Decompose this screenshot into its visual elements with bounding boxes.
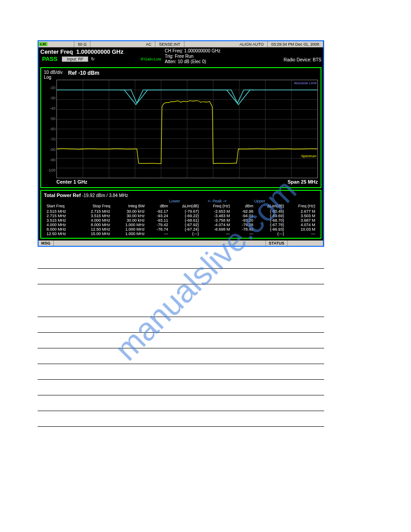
results-table: Lower <- Peak -> Upper Start Freq Stop F… [44,199,318,236]
top-status-bar: LXI 50 Ω AC SENSE:INT ALIGN AUTO 03:29:3… [39,41,323,47]
results-title: Total Power Ref [44,193,81,198]
doc-table-lines [38,268,324,427]
status-label: STATUS [266,240,287,246]
table-row: 12.50 MHz15.00 MHz1.000 MHz---(---)-----… [44,232,318,236]
lower-header: Lower [147,199,201,203]
table-row: 8.000 MHz12.50 MHz1.000 MHz-78.74(-67.24… [44,227,318,232]
pass-indicator: PASS [40,56,59,62]
align-indicator: ALIGN AUTO [236,41,268,47]
chart-svg [57,80,317,178]
ref-level: Ref -10 dBm [68,70,99,80]
x-span-label: Span 25 MHz [287,179,318,184]
spectrum-label: Spectrum [301,154,317,158]
ch-freq: CH Freq: 1.000000000 GHz [165,48,263,54]
table-row: 3.515 MHz4.000 MHz30.00 kHz-93.11(-68.61… [44,218,318,223]
peak-header: <- Peak -> [201,199,232,203]
y-axis: -20-30-40-50-60-70-80-90-100 [44,80,56,178]
coupling-icon: ↻ [91,56,94,61]
bottom-status-bar: MSG STATUS [39,240,323,246]
x-center-label: Center 1 GHz [56,179,87,184]
column-headers: Start Freq Stop Freq Integ BW dBm ΔLim(d… [44,203,318,209]
input-rf: Input: RF [62,56,88,62]
center-freq-value: 1.000000000 GHz [76,48,124,55]
sense-indicator: SENSE:INT [155,41,184,47]
header-block: Center Freq 1.000000000 GHz PASS Input: … [39,47,323,65]
log-label: Log [44,75,68,80]
results-panel: Total Power Ref -19.92 dBm / 3.84 MHz Lo… [40,190,321,239]
results-subtitle: -19.92 dBm / 3.84 MHz [82,193,128,198]
msg-label: MSG [39,240,54,246]
scale-label: 10 dB/div [44,70,68,75]
table-row: 2.715 MHz3.515 MHz30.00 kHz-93.24(-69.22… [44,214,318,218]
atten: Atten: 10 dB (Elec 0) [165,59,263,64]
center-freq-label: Center Freq [40,48,73,55]
lxi-badge: LXI [39,42,47,46]
radio-device: Radio Device: BTS [263,57,321,62]
spectrum-chart[interactable]: Absolute Limit Spectrum [56,80,318,178]
abs-limit-label: Absolute Limit [294,81,317,85]
table-row: 2.515 MHz2.715 MHz30.00 kHz-92.17(-79.67… [44,209,318,214]
if-gain: IFGain:Low [141,57,161,61]
graph-panel: 10 dB/div Log Ref -10 dBm -20-30-40-50-6… [40,67,321,188]
ac-indicator: AC [142,41,156,47]
table-row: 4.000 MHz8.000 MHz1.000 MHz-79.42(-67.92… [44,223,318,227]
analyzer-screenshot: LXI 50 Ω AC SENSE:INT ALIGN AUTO 03:29:3… [38,40,324,247]
impedance: 50 Ω [74,41,90,47]
upper-header: Upper [233,199,287,203]
trig-mode: Trig: Free Run [165,54,263,59]
clock: 03:29:34 PM Dec 01, 2008 [268,41,323,47]
